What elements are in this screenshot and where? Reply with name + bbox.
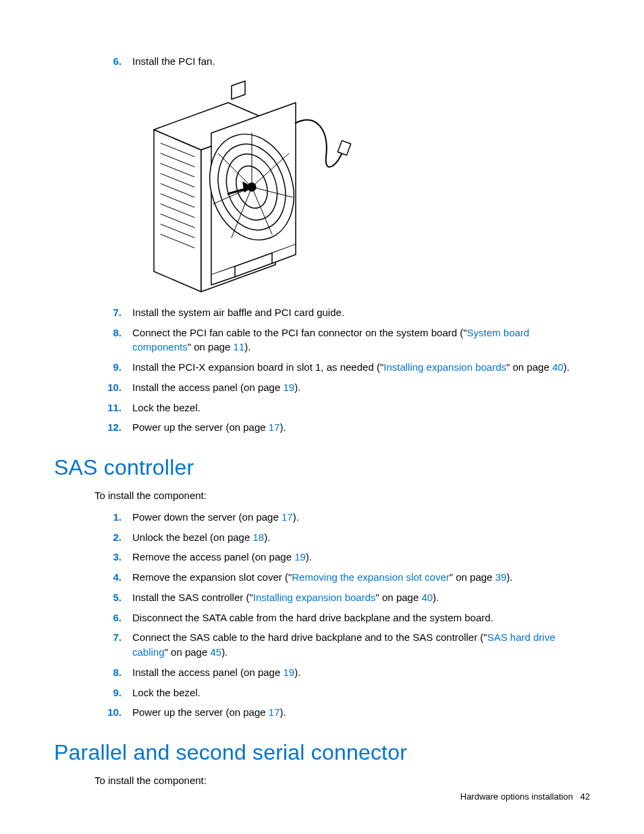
step-text: Power up the server (on page 17). [132, 420, 590, 435]
step-number: 6. [95, 610, 132, 625]
list-item: 8. Connect the PCI fan cable to the PCI … [54, 325, 590, 355]
intro-text: To install the component: [95, 488, 590, 503]
step-text: Remove the access panel (on page 19). [132, 550, 590, 565]
list-item: 3.Remove the access panel (on page 19). [54, 550, 590, 565]
cross-reference-link[interactable]: 45 [210, 646, 221, 658]
pci-fan-illustration [127, 76, 377, 298]
list-item: 7.Connect the SAS cable to the hard driv… [54, 630, 590, 660]
list-item: 6. Install the PCI fan. [54, 54, 590, 69]
step-number: 7. [95, 630, 132, 645]
step-text: Install the access panel (on page 19). [132, 380, 590, 395]
step-text: Power down the server (on page 17). [132, 510, 590, 525]
cross-reference-link[interactable]: System board components [132, 327, 529, 353]
cross-reference-link[interactable]: 11 [234, 341, 245, 353]
step-text: Install the PCI fan. [132, 54, 590, 69]
svg-rect-24 [338, 140, 350, 155]
list-item: 11. Lock the bezel. [54, 400, 590, 415]
list-item: 4.Remove the expansion slot cover ("Remo… [54, 570, 590, 585]
list-item: 2.Unlock the bezel (on page 18). [54, 530, 590, 545]
step-list-sas: 1.Power down the server (on page 17). 2.… [54, 510, 590, 720]
step-number: 12. [95, 420, 132, 435]
cross-reference-link[interactable]: 18 [252, 531, 264, 543]
page-footer: Hardware options installation 42 [460, 791, 590, 802]
step-list-top-cont: 7. Install the system air baffle and PCI… [54, 305, 590, 435]
cross-reference-link[interactable]: 19 [283, 382, 294, 393]
step-number: 7. [95, 305, 132, 320]
list-item: 10. Install the access panel (on page 19… [54, 380, 590, 395]
step-number: 9. [95, 360, 132, 375]
step-number: 4. [95, 570, 132, 585]
list-item: 12. Power up the server (on page 17). [54, 420, 590, 435]
cross-reference-link[interactable]: 40 [552, 361, 564, 373]
step-text: Lock the bezel. [132, 685, 590, 700]
step-text: Lock the bezel. [132, 400, 590, 415]
step-number: 9. [95, 685, 132, 700]
list-item: 6.Disconnect the SATA cable from the har… [54, 610, 590, 625]
step-text: Install the PCI-X expansion board in slo… [132, 360, 590, 375]
step-number: 10. [95, 705, 132, 720]
footer-page-number: 42 [581, 791, 590, 802]
step-text: Remove the expansion slot cover ("Removi… [132, 570, 590, 585]
step-list-top: 6. Install the PCI fan. [54, 54, 590, 69]
step-text: Connect the PCI fan cable to the PCI fan… [132, 325, 590, 355]
step-number: 10. [95, 380, 132, 395]
cross-reference-link[interactable]: 17 [269, 421, 280, 433]
step-number: 8. [95, 665, 132, 680]
list-item: 7. Install the system air baffle and PCI… [54, 305, 590, 320]
step-number: 6. [95, 54, 132, 69]
step-text: Install the SAS controller ("Installing … [132, 590, 590, 605]
list-item: 8.Install the access panel (on page 19). [54, 665, 590, 680]
list-item: 9. Install the PCI-X expansion board in … [54, 360, 590, 375]
section-heading-sas: SAS controller [54, 455, 590, 480]
cross-reference-link[interactable]: Installing expansion boards [253, 592, 376, 603]
footer-section: Hardware options installation [460, 791, 573, 802]
cross-reference-link[interactable]: SAS hard drive cabling [132, 631, 556, 658]
cross-reference-link[interactable]: 19 [283, 667, 294, 678]
intro-text: To install the component: [95, 773, 590, 788]
list-item: 9.Lock the bezel. [54, 685, 590, 700]
step-number: 2. [95, 530, 132, 545]
step-text: Install the access panel (on page 19). [132, 665, 590, 680]
step-text: Unlock the bezel (on page 18). [132, 530, 590, 545]
list-item: 10.Power up the server (on page 17). [54, 705, 590, 720]
step-text: Install the system air baffle and PCI ca… [132, 305, 590, 320]
cross-reference-link[interactable]: 17 [269, 706, 280, 718]
cross-reference-link[interactable]: Installing expansion boards [383, 361, 506, 373]
step-number: 8. [95, 325, 132, 340]
section-heading-parallel: Parallel and second serial connector [54, 740, 590, 765]
step-number: 5. [95, 590, 132, 605]
step-number: 3. [95, 550, 132, 565]
step-text: Connect the SAS cable to the hard drive … [132, 630, 590, 660]
step-text: Disconnect the SATA cable from the hard … [132, 610, 590, 625]
cross-reference-link[interactable]: Removing the expansion slot cover [292, 571, 449, 583]
cross-reference-link[interactable]: 19 [294, 551, 306, 563]
cross-reference-link[interactable]: 40 [421, 592, 433, 603]
cross-reference-link[interactable]: 17 [281, 511, 293, 523]
step-text: Power up the server (on page 17). [132, 705, 590, 720]
cross-reference-link[interactable]: 39 [495, 571, 507, 583]
step-number: 1. [95, 510, 132, 525]
list-item: 5.Install the SAS controller ("Installin… [54, 590, 590, 605]
list-item: 1.Power down the server (on page 17). [54, 510, 590, 525]
step-number: 11. [95, 400, 132, 415]
